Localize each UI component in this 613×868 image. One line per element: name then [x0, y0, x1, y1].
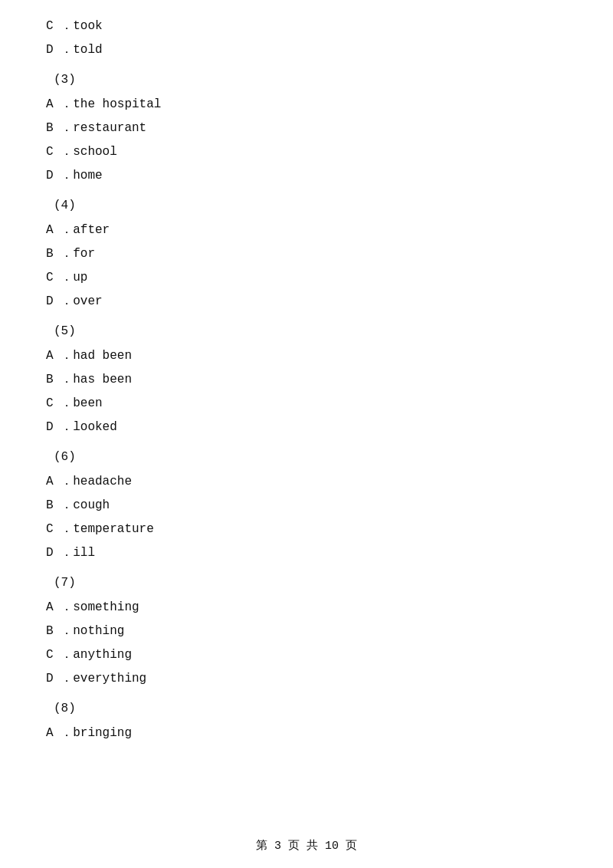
footer-text: 第 3 页 共 10 页 — [256, 840, 357, 853]
list-item: A ．headache — [46, 471, 567, 493]
list-item: A ．something — [46, 597, 567, 619]
list-item: D ．told — [46, 39, 567, 61]
list-item: A ．after — [46, 219, 567, 242]
list-item: A ．bringing — [46, 722, 567, 745]
list-item: D ．everything — [46, 668, 567, 690]
list-item: D ．ill — [46, 542, 567, 564]
list-item: C ．been — [46, 393, 567, 415]
list-item: D ．over — [46, 291, 567, 313]
list-item: D ．home — [46, 165, 567, 187]
list-item: B ．nothing — [46, 620, 567, 643]
list-item: C ．temperature — [46, 518, 567, 541]
list-item: B ．cough — [46, 495, 567, 517]
section-number-2: (4) — [46, 195, 567, 217]
main-content: C ．tookD ．told(3)A ．the hospitalB ．resta… — [0, 0, 613, 792]
section-number-6: (8) — [46, 698, 567, 720]
list-item: B ．has been — [46, 369, 567, 391]
list-item: C ．up — [46, 267, 567, 289]
list-item: C ．school — [46, 141, 567, 163]
section-number-1: (3) — [46, 69, 567, 91]
page-footer: 第 3 页 共 10 页 — [0, 838, 613, 853]
section-number-5: (7) — [46, 572, 567, 594]
list-item: B ．restaurant — [46, 117, 567, 140]
list-item: C ．anything — [46, 644, 567, 666]
list-item: C ．took — [46, 15, 567, 38]
list-item: A ．the hospital — [46, 94, 567, 116]
list-item: D ．looked — [46, 416, 567, 439]
list-item: A ．had been — [46, 345, 567, 367]
list-item: B ．for — [46, 243, 567, 265]
section-number-3: (5) — [46, 321, 567, 343]
section-number-4: (6) — [46, 446, 567, 469]
